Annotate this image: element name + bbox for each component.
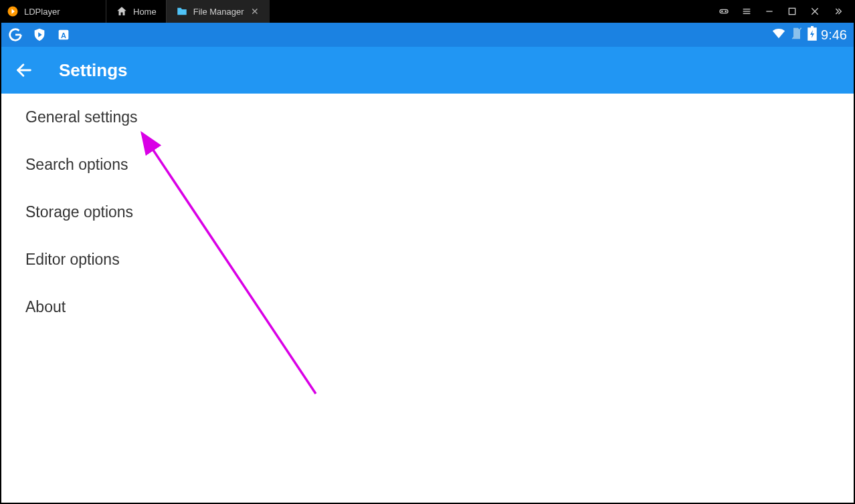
app-square-icon: A <box>56 27 71 42</box>
setting-item-label: Editor options <box>25 251 120 268</box>
gamepad-icon[interactable] <box>716 3 732 19</box>
svg-rect-16 <box>811 26 814 28</box>
setting-item-label: Search options <box>25 156 128 173</box>
setting-item-label: General settings <box>25 108 137 126</box>
setting-about[interactable]: About <box>1 283 854 331</box>
svg-rect-1 <box>720 9 728 13</box>
settings-list: General settings Search options Storage … <box>1 94 854 331</box>
battery-icon <box>808 26 817 44</box>
svg-point-3 <box>725 11 726 11</box>
folder-icon <box>176 5 188 17</box>
svg-point-2 <box>722 11 723 11</box>
tab-close-icon[interactable]: ✕ <box>250 6 260 17</box>
setting-item-label: About <box>25 298 66 316</box>
google-icon <box>8 27 23 42</box>
setting-editor-options[interactable]: Editor options <box>1 236 854 283</box>
page-title: Settings <box>59 60 128 81</box>
app-name-label: LDPlayer <box>24 7 60 17</box>
wifi-icon <box>771 26 786 44</box>
close-icon[interactable] <box>807 3 823 19</box>
svg-text:A: A <box>61 31 66 39</box>
emulator-viewport: A 9:46 Settings General settings Se <box>1 23 854 503</box>
appbar: Settings <box>1 47 854 94</box>
shield-icon <box>32 27 47 42</box>
setting-storage-options[interactable]: Storage options <box>1 188 854 236</box>
svg-rect-8 <box>789 8 795 14</box>
tab-group: Home File Manager ✕ <box>106 0 270 23</box>
minimize-icon[interactable] <box>761 3 777 19</box>
maximize-icon[interactable] <box>784 3 800 19</box>
tab-label: Home <box>133 7 157 17</box>
home-icon <box>116 5 128 17</box>
ldplayer-logo-icon <box>7 5 19 17</box>
titlebar-brand: LDPlayer <box>0 5 100 17</box>
menu-icon[interactable] <box>739 3 755 19</box>
tab-label: File Manager <box>193 7 244 17</box>
window-controls <box>716 3 855 19</box>
android-statusbar: A 9:46 <box>1 23 854 47</box>
setting-search-options[interactable]: Search options <box>1 141 854 188</box>
statusbar-time: 9:46 <box>821 27 847 43</box>
setting-general-settings[interactable]: General settings <box>1 94 854 141</box>
window-titlebar: LDPlayer Home File Manager ✕ <box>0 0 855 23</box>
tab-home[interactable]: Home <box>106 0 166 23</box>
back-button[interactable] <box>13 59 35 81</box>
tab-file-manager[interactable]: File Manager ✕ <box>166 0 270 23</box>
setting-item-label: Storage options <box>25 203 133 221</box>
more-icon[interactable] <box>830 3 846 19</box>
sim-icon <box>790 27 803 43</box>
